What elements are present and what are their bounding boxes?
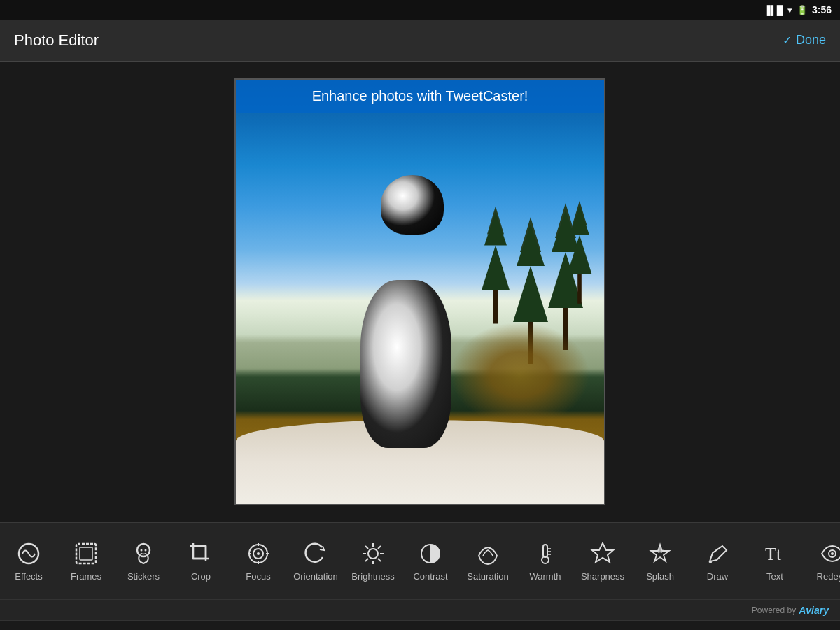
text-icon: Tt [762,540,788,567]
tool-warmth[interactable]: Warmth [517,523,574,599]
svg-point-35 [709,561,712,564]
tool-splash[interactable]: Splash [631,523,689,599]
stickers-icon [130,540,157,567]
svg-point-3 [137,544,150,556]
home-button[interactable]: ○ [388,622,453,630]
tool-orientation[interactable]: Orientation [287,523,344,599]
tool-sharpness[interactable]: Sharpness [574,523,631,599]
signal-icon: ▐▌█ [764,5,783,15]
dog-head [381,175,444,234]
tool-draw-label: Draw [707,571,728,582]
svg-rect-1 [76,544,96,564]
recents-button[interactable]: □ [668,622,732,630]
tool-contrast-label: Contrast [413,571,447,582]
tool-redeye[interactable]: Redeye [804,523,840,599]
tool-frames-label: Frames [71,571,102,582]
battery-icon: 🔋 [797,5,808,15]
tool-draw[interactable]: Draw [689,523,746,599]
app-title: Photo Editor [14,31,99,50]
svg-line-25 [378,546,381,549]
orientation-icon [302,540,329,567]
toolbar: Effects Frames Stickers Crop [0,522,840,599]
splash-icon [647,540,673,567]
tool-stickers-label: Stickers [127,571,160,582]
tool-splash-label: Splash [646,571,674,582]
svg-point-4 [141,550,143,552]
wifi-icon: ▾ [788,5,792,15]
back-button[interactable]: ◁ [107,622,174,631]
tool-orientation-label: Orientation [293,571,338,582]
status-time: 3:56 [812,4,832,15]
svg-text:Tt: Tt [765,544,782,564]
tool-focus[interactable]: Focus [230,523,287,599]
svg-point-38 [831,552,834,555]
dog-figure [336,224,476,448]
tool-contrast[interactable]: Contrast [402,523,459,599]
sharpness-icon [589,540,616,567]
tool-text-label: Text [766,571,783,582]
svg-marker-33 [592,543,613,562]
svg-point-13 [257,552,260,555]
photo-banner: Enhance photos with TweetCaster! [236,80,604,113]
tool-crop[interactable]: Crop [172,523,230,599]
tool-stickers[interactable]: Stickers [115,523,172,599]
tool-focus-label: Focus [246,571,270,582]
svg-rect-2 [80,547,92,560]
tree-3 [568,218,592,304]
tool-crop-label: Crop [191,571,211,582]
crop-icon [188,540,214,567]
frames-icon [73,540,99,567]
redeye-icon [819,540,840,567]
svg-line-26 [365,559,368,561]
app-bar: Photo Editor Done [0,20,840,62]
dog-body [360,280,451,448]
tool-warmth-label: Warmth [529,571,561,582]
draw-icon [704,540,731,567]
tool-effects[interactable]: Effects [0,523,57,599]
nav-bar: ◁ ○ □ [0,620,840,630]
svg-rect-28 [543,545,547,557]
tool-effects-label: Effects [15,571,43,582]
tool-saturation[interactable]: Saturation [459,523,517,599]
svg-rect-6 [193,546,206,559]
brightness-icon [360,540,386,567]
contrast-icon [417,540,444,567]
svg-line-34 [713,549,718,553]
svg-point-18 [368,549,378,559]
status-bar: ▐▌█ ▾ 🔋 3:56 [0,0,840,20]
tool-text[interactable]: Tt Text [746,523,804,599]
photo-container: Enhance photos with TweetCaster! [234,78,606,505]
aviary-powered-text: Powered by [752,606,796,615]
tool-brightness-label: Brightness [351,571,394,582]
svg-line-23 [365,546,368,549]
tool-redeye-label: Redeye [817,571,840,582]
tool-sharpness-label: Sharpness [581,571,624,582]
warmth-icon [532,540,559,567]
tool-brightness[interactable]: Brightness [344,523,402,599]
done-button[interactable]: Done [783,33,826,48]
aviary-logo: Aviary [799,605,829,616]
tool-saturation-label: Saturation [467,571,508,582]
main-area: Enhance photos with TweetCaster! [0,62,840,522]
tool-frames[interactable]: Frames [57,523,115,599]
focus-icon [245,540,272,567]
svg-line-24 [378,559,381,561]
aviary-bar: Powered by Aviary [0,599,840,620]
effects-icon [15,540,42,567]
saturation-icon [475,540,501,567]
tree-4 [482,226,510,324]
svg-point-5 [145,550,147,552]
